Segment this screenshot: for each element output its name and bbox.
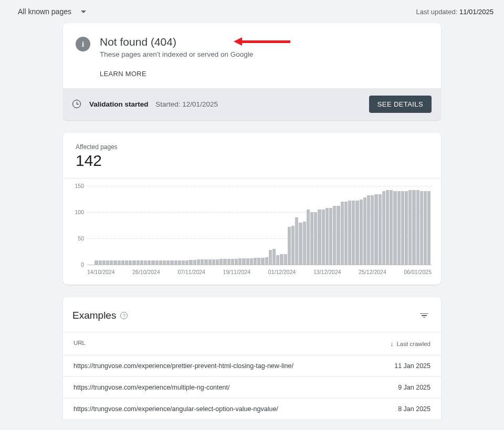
bar bbox=[303, 222, 306, 265]
bar bbox=[204, 259, 207, 265]
y-tick: 50 bbox=[78, 235, 84, 242]
x-tick: 01/12/2024 bbox=[268, 269, 296, 275]
bar bbox=[299, 223, 302, 265]
bar bbox=[318, 209, 321, 265]
bar bbox=[374, 194, 377, 265]
bar bbox=[397, 191, 401, 265]
table-row[interactable]: https://trungvose.com/experience/prettie… bbox=[63, 355, 441, 377]
bar bbox=[238, 258, 242, 265]
bar bbox=[280, 254, 283, 265]
col-url: URL bbox=[74, 340, 86, 348]
bar bbox=[113, 260, 117, 265]
y-tick: 0 bbox=[81, 261, 84, 268]
row-url: https://trungvose.com/experience/multipl… bbox=[74, 384, 229, 391]
bar bbox=[197, 259, 200, 265]
bar bbox=[386, 190, 389, 265]
bar bbox=[129, 260, 132, 265]
bar bbox=[106, 260, 109, 265]
bar bbox=[208, 259, 212, 265]
bar bbox=[261, 258, 264, 265]
bar bbox=[408, 190, 412, 265]
bar bbox=[272, 249, 276, 265]
bar bbox=[121, 260, 124, 265]
bar bbox=[178, 260, 181, 265]
bar bbox=[231, 259, 234, 265]
x-tick: 13/12/2024 bbox=[313, 269, 341, 275]
bar bbox=[314, 212, 317, 265]
affected-count: 142 bbox=[76, 152, 428, 170]
x-tick: 14/10/2024 bbox=[87, 269, 115, 275]
bar bbox=[110, 260, 113, 265]
help-icon[interactable]: ? bbox=[120, 312, 128, 319]
table-row[interactable]: https://trungvose.com/experience/angular… bbox=[63, 398, 441, 420]
bar bbox=[420, 191, 423, 265]
bar bbox=[382, 191, 385, 265]
bar bbox=[216, 259, 219, 265]
bar bbox=[367, 195, 370, 265]
x-tick: 26/10/2024 bbox=[132, 269, 160, 275]
bar bbox=[163, 260, 166, 265]
x-tick: 07/11/2024 bbox=[177, 269, 205, 275]
bar bbox=[401, 191, 404, 265]
bar bbox=[265, 257, 268, 265]
status-subtitle: These pages aren't indexed or served on … bbox=[100, 50, 253, 58]
bar bbox=[170, 260, 173, 265]
y-tick: 150 bbox=[75, 183, 84, 189]
bar bbox=[193, 260, 196, 265]
last-updated: Last updated: 11/01/2025 bbox=[416, 8, 494, 16]
bar bbox=[352, 201, 355, 265]
status-card: i Not found (404) These pages aren't ind… bbox=[63, 23, 441, 120]
row-date: 9 Jan 2025 bbox=[398, 384, 430, 391]
bar bbox=[254, 258, 257, 265]
bar bbox=[390, 190, 393, 265]
chart: 050100150 bbox=[87, 186, 432, 265]
bar bbox=[344, 202, 348, 265]
x-tick: 25/12/2024 bbox=[359, 269, 386, 275]
bar bbox=[246, 258, 249, 265]
bar bbox=[257, 258, 260, 265]
info-icon: i bbox=[76, 37, 90, 51]
filter-dropdown[interactable]: All known pages bbox=[18, 7, 86, 16]
table-row[interactable]: https://trungvose.com/experience/multipl… bbox=[63, 377, 441, 398]
bar bbox=[329, 208, 332, 265]
learn-more-link[interactable]: LEARN MORE bbox=[100, 70, 253, 78]
bar bbox=[393, 191, 396, 265]
bar bbox=[424, 191, 427, 265]
bar bbox=[140, 260, 143, 265]
bar bbox=[288, 227, 291, 265]
bar bbox=[159, 260, 162, 265]
bar bbox=[337, 206, 340, 265]
see-details-button[interactable]: SEE DETAILS bbox=[369, 96, 432, 113]
table-header: URL ↓ Last crawled bbox=[63, 332, 441, 355]
status-title: Not found (404) bbox=[100, 36, 253, 48]
bar bbox=[322, 209, 325, 265]
bar bbox=[360, 200, 363, 265]
y-tick: 100 bbox=[75, 209, 84, 215]
chevron-down-icon bbox=[81, 11, 86, 13]
bar bbox=[291, 226, 295, 265]
bar bbox=[223, 259, 226, 265]
bar bbox=[189, 260, 192, 265]
bar bbox=[125, 260, 128, 265]
bar bbox=[307, 209, 310, 265]
filter-icon[interactable] bbox=[420, 312, 428, 319]
validation-bar: Validation started Started: 12/01/2025 S… bbox=[63, 88, 441, 120]
bar bbox=[144, 260, 147, 265]
validation-date: 12/01/2025 bbox=[182, 100, 218, 108]
bar bbox=[235, 259, 238, 265]
row-url: https://trungvose.com/experience/prettie… bbox=[74, 362, 293, 370]
row-url: https://trungvose.com/experience/angular… bbox=[74, 405, 278, 413]
bar bbox=[310, 212, 313, 265]
x-tick: 06/01/2025 bbox=[404, 269, 432, 275]
bar bbox=[166, 260, 170, 265]
row-date: 11 Jan 2025 bbox=[394, 362, 430, 370]
bar bbox=[185, 260, 188, 265]
bar bbox=[333, 206, 336, 265]
bar bbox=[94, 260, 98, 265]
col-last-crawled[interactable]: ↓ Last crawled bbox=[390, 340, 430, 348]
bar bbox=[148, 260, 151, 265]
bar bbox=[348, 201, 351, 265]
bar bbox=[363, 197, 366, 265]
bar bbox=[155, 260, 159, 265]
bar bbox=[118, 260, 121, 265]
